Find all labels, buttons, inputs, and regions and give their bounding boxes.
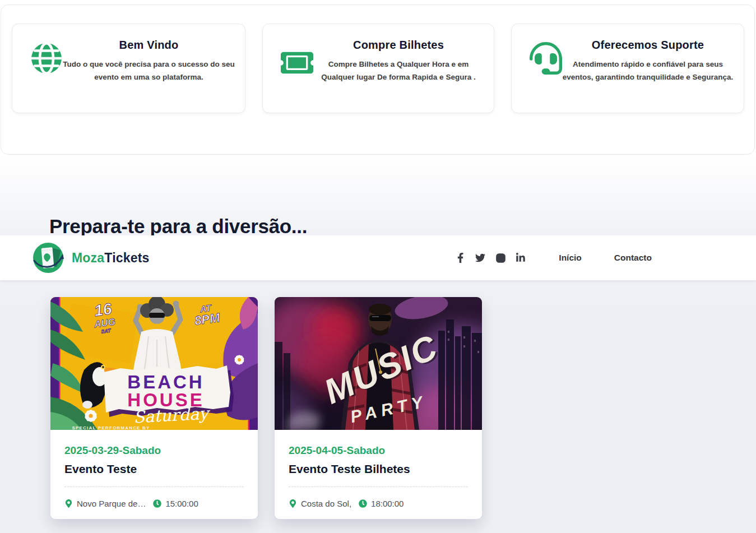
poster-script: Saturday bbox=[133, 404, 211, 427]
features-panel: Bem Vindo Tudo o que você precisa para o… bbox=[1, 4, 755, 155]
feature-description: Atendimento rápido e confiável para seus… bbox=[562, 58, 734, 84]
mozatickets-logo-icon bbox=[32, 242, 64, 274]
facebook-icon[interactable] bbox=[454, 252, 466, 263]
feature-title: Bem Vindo bbox=[63, 39, 235, 52]
clock-icon bbox=[359, 499, 367, 508]
event-time: 18:00:00 bbox=[371, 499, 403, 508]
feature-card-compre-bilhetes: Compre Bilhetes Compre Bilhetes a Qualqu… bbox=[262, 24, 494, 113]
event-title: Evento Teste Bilhetes bbox=[289, 462, 468, 476]
event-title: Evento Teste bbox=[64, 462, 244, 476]
brand-name-secondary: Tickets bbox=[104, 251, 149, 265]
headset-icon bbox=[530, 42, 562, 75]
page: Bem Vindo Tudo o que você precisa para o… bbox=[0, 0, 756, 533]
event-location: Costa do Sol, bbox=[301, 499, 351, 508]
section-heading: Prepara-te para a diversão... bbox=[49, 215, 307, 238]
feature-description: Compre Bilhetes a Qualquer Hora e em Qua… bbox=[313, 58, 484, 84]
instagram-icon[interactable] bbox=[495, 252, 506, 263]
nav-link-contacto[interactable]: Contacto bbox=[614, 253, 652, 263]
event-card[interactable]: MUSIC MUSIC PARTY 2025-04-05-Sabado Even… bbox=[275, 297, 482, 519]
event-date: 2025-04-05-Sabado bbox=[289, 444, 468, 457]
event-location: Novo Parque de… bbox=[77, 499, 146, 508]
ticket-icon bbox=[281, 42, 313, 75]
brand-logo-link[interactable]: MozaTickets bbox=[32, 242, 150, 274]
brand-name-primary: Moza bbox=[72, 251, 104, 265]
feature-title: Oferecemos Suporte bbox=[562, 39, 734, 52]
poster-footer: SPECIAL PERFORMANCE BY bbox=[72, 425, 150, 430]
social-links bbox=[454, 252, 526, 263]
feature-card-oferecemos-suporte: Oferecemos Suporte Atendimento rápido e … bbox=[511, 24, 744, 113]
event-date: 2025-03-29-Sabado bbox=[64, 444, 244, 457]
event-info: 2025-04-05-Sabado Evento Teste Bilhetes … bbox=[275, 430, 482, 508]
location-pin-icon bbox=[64, 499, 73, 508]
nav-link-inicio[interactable]: Início bbox=[559, 253, 581, 263]
globe-icon bbox=[30, 42, 63, 75]
linkedin-icon[interactable] bbox=[515, 252, 526, 263]
feature-title: Compre Bilhetes bbox=[313, 39, 484, 52]
divider bbox=[64, 486, 244, 487]
location-pin-icon bbox=[289, 499, 297, 508]
navbar: MozaTickets Início Contacto bbox=[0, 235, 756, 280]
brand-name: MozaTickets bbox=[72, 251, 150, 266]
event-card[interactable]: BEACH HOUSE Saturday SPECIAL PERFORMANCE… bbox=[50, 297, 258, 519]
twitter-icon[interactable] bbox=[475, 252, 486, 263]
feature-card-bem-vindo: Bem Vindo Tudo o que você precisa para o… bbox=[12, 24, 245, 113]
event-time: 15:00:00 bbox=[165, 499, 198, 508]
feature-description: Tudo o que você precisa para o sucesso d… bbox=[63, 58, 235, 84]
event-poster-beach-house: BEACH HOUSE Saturday SPECIAL PERFORMANCE… bbox=[50, 297, 258, 430]
event-poster-music-party: MUSIC MUSIC PARTY bbox=[275, 297, 482, 430]
divider bbox=[289, 486, 468, 487]
clock-icon bbox=[153, 499, 161, 508]
event-info: 2025-03-29-Sabado Evento Teste Novo Parq… bbox=[50, 430, 258, 508]
